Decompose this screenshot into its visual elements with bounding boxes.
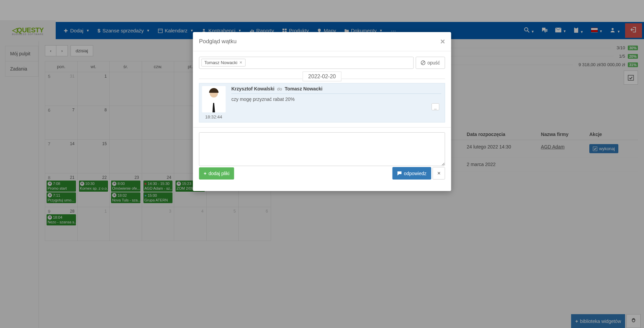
avatar [202,86,225,112]
cancel-reply-button[interactable]: ✕ [433,167,445,180]
message: 18:32:44 Krzysztof Kowalski do Tomasz No… [199,83,445,122]
comment-icon [397,171,402,176]
modal-title: Podgląd wątku [199,38,237,45]
message-to: Tomasz Nowacki [285,86,323,91]
leave-button[interactable]: opuść [415,57,445,69]
ban-icon [421,60,425,65]
close-button[interactable]: × [440,37,445,46]
message-text: czy mogę przyznać rabat 20% [232,97,441,102]
message-time: 18:32:44 [205,114,222,119]
recipient-tag: Tomasz Nowacki ✕ [202,59,246,66]
message-collapse-button[interactable]: _ [431,103,439,110]
reply-textarea[interactable] [199,132,445,166]
recipients-input[interactable]: Tomasz Nowacki ✕ [199,57,414,69]
remove-tag-button[interactable]: ✕ [239,60,242,65]
message-from: Krzysztof Kowalski [232,86,275,91]
reply-button[interactable]: odpowiedz [393,167,431,180]
plus-icon: + [204,171,207,176]
date-divider: 2022-02-20 [199,74,445,80]
add-files-button[interactable]: +dodaj pliki [199,167,234,180]
thread-preview-modal: Podgląd wątku × Tomasz Nowacki ✕ opuść 2… [193,32,451,191]
